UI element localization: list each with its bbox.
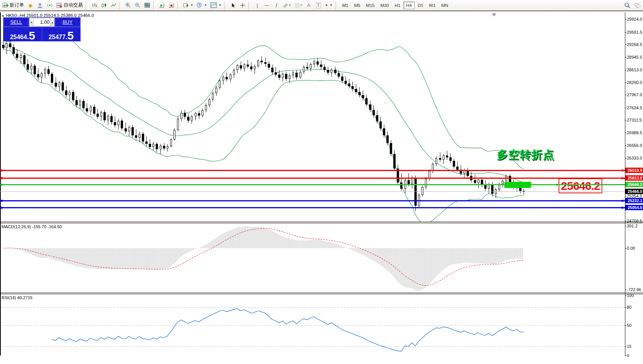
dropdown-arrow-icon: ▼: [218, 3, 221, 7]
horizontal-line-25054.6[interactable]: [0, 207, 625, 208]
new-chart-icon: [183, 3, 189, 8]
price-badge: 25466.0: [625, 189, 643, 194]
line-marker[interactable]: [1, 207, 3, 209]
line-marker[interactable]: [1, 177, 3, 179]
sell-button[interactable]: SELL: [3, 18, 29, 27]
price-tick-label: 26333.0: [627, 156, 642, 160]
chart-shift-icon: [169, 3, 174, 8]
line-marker[interactable]: [556, 184, 558, 186]
macd-label: MACD(12,26,9) -155.70 -164.50: [2, 224, 62, 229]
tick-mark: [625, 120, 626, 120]
text-tool[interactable]: A: [304, 1, 313, 10]
timeframe-d1[interactable]: D1: [415, 2, 426, 9]
timeframe-w1[interactable]: W1: [426, 2, 438, 9]
tick-mark: [625, 346, 626, 347]
chart-window[interactable]: ▲ HK50-,H4 25501.0 25514.5 25386.0 25466…: [0, 11, 643, 364]
line-marker[interactable]: [622, 170, 623, 171]
price-tick-label: 391.2: [627, 224, 638, 228]
one-click-toggle-icon[interactable]: ▲: [2, 14, 5, 17]
signals-button[interactable]: [45, 1, 55, 10]
rsi-label: RSI(14) 40.2715: [2, 295, 33, 300]
trendline-tool[interactable]: /: [272, 1, 281, 10]
current-price-line: [0, 191, 625, 192]
template-dropdown[interactable]: ▼: [209, 1, 223, 10]
volume-input[interactable]: [33, 19, 50, 25]
timeframe-m1[interactable]: M1: [340, 2, 351, 9]
separator: [224, 1, 227, 10]
gold-button[interactable]: ◆: [26, 1, 35, 10]
sell-price[interactable]: 25464.5: [3, 27, 42, 41]
chart-shift-marker[interactable]: [492, 13, 496, 16]
turning-point-annotation[interactable]: 多空转折点: [497, 147, 554, 163]
timeframe-mn[interactable]: MN: [439, 2, 451, 9]
line-marker[interactable]: [622, 177, 623, 179]
buy-button[interactable]: BUY: [55, 18, 80, 27]
period-dropdown[interactable]: ▼: [195, 1, 208, 10]
timeframe-h4[interactable]: H4: [403, 2, 415, 9]
zoom-out-button[interactable]: [133, 1, 142, 10]
zoom-in-icon: [125, 2, 131, 8]
line-chart-button[interactable]: [109, 1, 118, 10]
search-button[interactable]: [623, 1, 632, 10]
timeframe-m5[interactable]: M5: [352, 2, 363, 9]
autotrading-button[interactable]: 自动交易: [55, 1, 84, 10]
horizontal-line-tool[interactable]: —: [262, 1, 271, 10]
price-tick-label: 27967.0: [627, 92, 642, 97]
volume-down-button[interactable]: ▼: [29, 18, 33, 27]
line-marker[interactable]: [622, 200, 623, 202]
buy-price[interactable]: 25477.5: [42, 27, 81, 41]
timeframe-h1[interactable]: H1: [392, 2, 403, 9]
autotrading-label: 自动交易: [64, 2, 83, 8]
timeframe-bar: M1M5M15M30H1H4D1W1MN: [340, 2, 451, 9]
zoom-in-button[interactable]: [124, 1, 133, 10]
line-marker[interactable]: [1, 184, 3, 186]
horizontal-line-25232.1[interactable]: [0, 200, 625, 201]
candlestick-chart-button[interactable]: [99, 1, 109, 10]
bar-chart-button[interactable]: [90, 1, 99, 10]
macd-rsi-separator2: [0, 294, 643, 294]
new-chart-dropdown[interactable]: ▼: [182, 1, 195, 10]
chat-button[interactable]: [632, 1, 642, 10]
shapes-dropdown[interactable]: ✦▼: [323, 1, 334, 10]
profile-icon: [37, 3, 43, 8]
tick-mark: [625, 290, 626, 290]
label-tool[interactable]: T: [314, 1, 323, 10]
separator: [153, 1, 156, 10]
line-marker[interactable]: [1, 200, 3, 202]
line-chart-icon: [111, 3, 116, 8]
macd-rsi-separator[interactable]: [0, 293, 643, 293]
profile-button[interactable]: [36, 1, 45, 10]
chat-icon: [634, 2, 641, 8]
mt4-window: 新订单 ◆ 自动交易 ▼ ▼ ▼ | — / E: [0, 0, 643, 364]
price-tick-label: 27634.5: [627, 105, 642, 110]
horizontal-line-26010.9[interactable]: [0, 170, 625, 171]
price-tick-label: 27311.5: [627, 118, 642, 122]
fibonacci-tool[interactable]: F: [293, 1, 304, 10]
tick-mark: [625, 32, 626, 33]
price-tick-label: 28613.0: [627, 68, 642, 72]
cursor-button[interactable]: [228, 1, 238, 10]
crosshair-button[interactable]: [238, 1, 247, 10]
separator: [336, 1, 339, 10]
volume-up-button[interactable]: ▲: [50, 18, 55, 27]
tick-mark: [625, 325, 626, 326]
timeframe-m30[interactable]: M30: [378, 2, 392, 9]
timeframe-m15[interactable]: M15: [364, 2, 377, 9]
channel-tool[interactable]: E: [281, 1, 293, 10]
separator: [177, 1, 180, 10]
tick-mark: [625, 70, 626, 70]
line-marker[interactable]: [1, 170, 3, 171]
tick-mark: [625, 82, 626, 83]
new-order-button[interactable]: 新订单: [1, 1, 26, 10]
horizontal-line-25646.2[interactable]: [0, 184, 625, 185]
price-chart-canvas[interactable]: [0, 11, 643, 364]
price-tick-label: 0: [627, 353, 629, 358]
vertical-line-tool[interactable]: |: [253, 1, 262, 10]
price-badge: 25646.2: [625, 182, 643, 187]
main-macd-separator[interactable]: [0, 222, 643, 222]
line-marker[interactable]: [622, 207, 623, 209]
horizontal-line-25813.8[interactable]: [0, 178, 625, 179]
tile-windows-button[interactable]: [143, 1, 152, 10]
auto-scroll-button[interactable]: [157, 1, 167, 10]
chart-shift-button[interactable]: [167, 1, 176, 10]
